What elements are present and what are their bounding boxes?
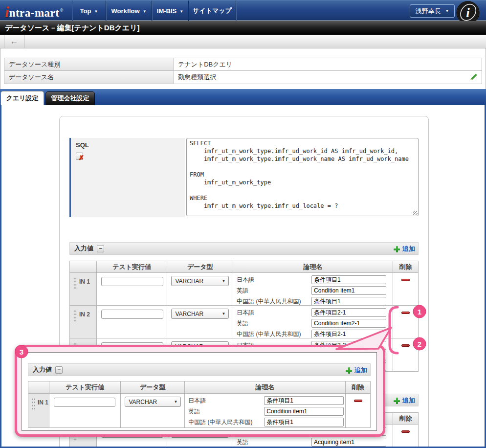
drag-handle-icon[interactable]	[32, 398, 35, 410]
chevron-down-icon: ▼	[94, 9, 98, 14]
col-delete: 削除	[393, 413, 418, 424]
edit-pencil-icon[interactable]	[469, 73, 478, 82]
logical-name-input[interactable]	[264, 407, 344, 416]
resize-grip-icon[interactable]	[413, 211, 418, 215]
chevron-down-icon: ▼	[179, 9, 183, 14]
content-border-left	[0, 105, 1, 448]
plus-icon	[346, 367, 352, 374]
col-logical-name: 論理名	[233, 261, 393, 272]
datasource-type-label: データソース種別	[4, 58, 174, 70]
col-delete: 削除	[346, 381, 370, 393]
logical-name-input[interactable]	[311, 319, 386, 328]
row-id: IN 2	[79, 311, 90, 338]
tab-bar: クエリ設定 管理会社設定	[0, 89, 486, 105]
test-value-input[interactable]	[54, 398, 115, 407]
lang-label: 中国語 (中華人民共和国)	[237, 330, 311, 338]
form-row-type: データソース種別 テナントDBクエリ	[4, 58, 482, 71]
logical-name-input[interactable]	[311, 286, 386, 295]
back-button[interactable]: ←	[4, 35, 24, 48]
lang-label: 中国語 (中華人民共和国)	[237, 297, 311, 306]
chevron-down-icon: ▼	[174, 400, 178, 404]
table-header-row: テスト実行値 データ型 論理名 削除	[28, 381, 370, 394]
logical-name-input[interactable]	[311, 308, 386, 317]
data-type-select[interactable]: VARCHAR▼	[171, 309, 229, 319]
lang-label: 日本語	[237, 276, 311, 284]
logical-name-input[interactable]	[311, 438, 386, 447]
logical-name-input[interactable]	[264, 418, 344, 426]
table-row-in2: IN 2 VARCHAR▼ 日本語 英語 中国語 (中華人民共和国)	[70, 306, 418, 338]
plus-icon	[394, 246, 400, 252]
delete-row-button[interactable]	[354, 400, 362, 402]
data-type-select[interactable]: VARCHAR▼	[125, 397, 181, 407]
delete-row-button[interactable]	[401, 430, 410, 433]
collapse-button[interactable]: −	[55, 366, 63, 374]
table-header-row: テスト実行値 データ型 論理名 削除	[70, 261, 418, 273]
chevron-down-icon: ▼	[143, 9, 147, 14]
row-id: IN 1	[79, 278, 90, 305]
page-title: データソース－編集[テナントDBクエリ]	[0, 21, 486, 35]
menu-top[interactable]: Top▼	[72, 0, 106, 21]
datasource-name-value: 勤怠種類選択	[174, 71, 482, 84]
input-values-section-bar: 入力値 − 追加	[69, 242, 419, 255]
drag-handle-icon[interactable]	[73, 277, 77, 290]
collapse-button[interactable]: −	[97, 245, 104, 252]
logical-name-input[interactable]	[311, 330, 386, 338]
annotation-popup: 入力値 − 追加 テスト実行値 データ型 論理名 削除 IN 1	[15, 345, 385, 437]
intra-mart-logo: intra-mart®	[5, 2, 63, 20]
test-value-input[interactable]	[101, 277, 163, 286]
chevron-down-icon: ▼	[222, 312, 226, 316]
popup-input-values-title: 入力値	[33, 365, 52, 374]
menu-sitemap[interactable]: サイトマップ	[188, 0, 236, 21]
toolbar: ←	[0, 35, 486, 48]
add-input-row-link[interactable]: 追加	[346, 364, 367, 377]
col-delete: 削除	[393, 261, 418, 272]
col-test-value: テスト実行値	[49, 381, 121, 393]
page-border-left	[0, 48, 0, 90]
annotation-popup-panel: 入力値 − 追加 テスト実行値 データ型 論理名 削除 IN 1	[22, 352, 377, 431]
tab-query-settings[interactable]: クエリ設定	[0, 91, 44, 105]
add-input-row-link[interactable]: 追加	[394, 243, 415, 255]
col-logical-name: 論理名	[185, 381, 346, 393]
page: intra-mart® Top▼ Workflow▼ IM-BIS▼ サイトマッ…	[0, 0, 486, 448]
plus-icon	[394, 398, 400, 404]
drag-handle-icon[interactable]	[73, 310, 77, 322]
lang-label: 英語	[237, 287, 311, 295]
delete-row-button[interactable]	[401, 344, 410, 347]
lang-label: 日本語	[237, 309, 311, 317]
popup-input-values-section-bar: 入力値 − 追加	[28, 363, 371, 376]
sql-clear-icon[interactable]: ✗	[76, 153, 83, 160]
tab-admin-company-settings[interactable]: 管理会社設定	[45, 91, 95, 105]
test-value-input[interactable]	[101, 310, 163, 319]
chevron-down-icon: ▼	[222, 279, 226, 283]
delete-row-button[interactable]	[401, 279, 410, 281]
back-arrow-icon: ←	[10, 37, 19, 46]
form-row-name: データソース名 勤怠種類選択	[4, 71, 482, 84]
logical-name-input[interactable]	[311, 297, 386, 305]
sql-textarea[interactable]: SELECT imfr_ut_m_work_type.imfr_ud_work_…	[186, 138, 419, 216]
data-type-select[interactable]: VARCHAR▼	[171, 276, 229, 286]
table-row-in1: IN 1 VARCHAR▼ 日本語 英語 中国語 (中華人民共和国)	[28, 394, 370, 427]
lang-label: 英語	[237, 438, 311, 447]
add-output-row-link[interactable]: 追加	[394, 394, 415, 407]
table-row-in1: IN 1 VARCHAR▼ 日本語 英語 中国語 (中華人民共和国)	[70, 273, 418, 306]
top-navbar: intra-mart® Top▼ Workflow▼ IM-BIS▼ サイトマッ…	[0, 0, 486, 21]
lang-label: 英語	[237, 319, 311, 328]
delete-row-button[interactable]	[401, 312, 410, 314]
logical-name-input[interactable]	[311, 275, 386, 284]
lang-label: 中国語 (中華人民共和国)	[188, 418, 264, 426]
col-data-type: データ型	[167, 261, 233, 272]
datasource-form: データソース種別 テナントDBクエリ データソース名 勤怠種類選択	[4, 58, 482, 84]
user-menu-button[interactable]: 浅野幸長▼	[410, 4, 455, 18]
red-x-icon: ✗	[79, 154, 84, 161]
logo-i-glyph: i	[5, 4, 9, 20]
chevron-down-icon: ▼	[445, 9, 449, 13]
menu-workflow[interactable]: Workflow▼	[106, 0, 152, 21]
datasource-type-value: テナントDBクエリ	[174, 58, 482, 70]
input-values-title: 入力値	[74, 244, 93, 253]
lang-label: 英語	[188, 407, 264, 416]
svg-text:i: i	[466, 5, 470, 20]
logical-name-input[interactable]	[264, 396, 344, 405]
menu-im-bis[interactable]: IM-BIS▼	[152, 0, 188, 21]
row-id: IN 1	[38, 399, 48, 427]
col-test-value: テスト実行値	[97, 261, 168, 272]
